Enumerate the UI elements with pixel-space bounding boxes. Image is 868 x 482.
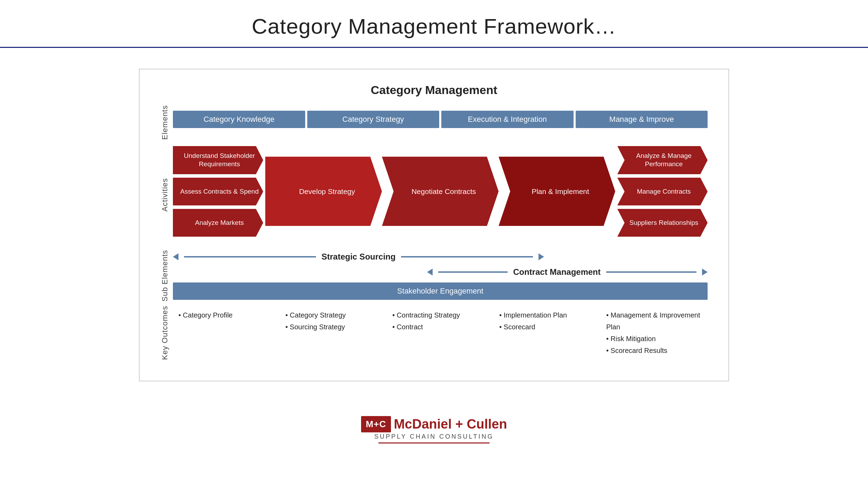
footer-logo: M+C McDaniel + Cullen <box>361 416 507 432</box>
diagram-container: Category Management Elements Category Kn… <box>139 69 729 381</box>
strategic-sourcing-row: Strategic Sourcing <box>173 252 708 262</box>
activities-section: Understand Stakeholder Requirements Asse… <box>173 146 708 237</box>
key-outcomes-row: • Category Profile • Category Strategy• … <box>173 306 708 360</box>
outcome-1: • Category Profile <box>173 306 280 360</box>
key-outcomes-label: Key Outcomes <box>160 306 173 360</box>
elements-bars: Category Knowledge Category Strategy Exe… <box>173 111 708 128</box>
stakeholder-bar: Stakeholder Engagement <box>173 282 708 300</box>
contract-arrow-left <box>427 269 433 276</box>
page-header: Category Management Framework… <box>0 0 868 48</box>
activities-row-wrap: Activities Understand Stakeholder Requir… <box>160 146 708 244</box>
outcome-2: • Category Strategy• Sourcing Strategy <box>280 306 387 360</box>
elements-row-content: Category Knowledge Category Strategy Exe… <box>173 111 708 134</box>
right-arrows-group: Analyze & Manage Performance Manage Cont… <box>617 146 708 237</box>
footer-underline <box>378 442 490 443</box>
sourcing-line-2 <box>401 256 533 257</box>
sourcing-arrow-right <box>539 253 544 260</box>
activities-label: Activities <box>160 178 173 212</box>
activity-negotiate: Negotiate Contracts <box>382 157 499 226</box>
activity-analyze-markets: Analyze Markets <box>173 209 263 237</box>
left-arrows-group: Understand Stakeholder Requirements Asse… <box>173 146 263 237</box>
outcome-5: • Management & Improvement Plan• Risk Mi… <box>601 306 708 360</box>
contract-management-label: Contract Management <box>513 267 601 277</box>
sub-elements-content: Strategic Sourcing Contract Management S… <box>173 252 708 300</box>
company-name: McDaniel + Cullen <box>394 417 507 432</box>
contract-mgmt-row: Contract Management <box>173 267 708 277</box>
page-title: Category Management Framework… <box>0 14 868 47</box>
footer-subtitle: SUPPLY CHAIN CONSULTING <box>374 433 494 440</box>
sourcing-arrow-left <box>173 253 178 260</box>
sub-elements-label: Sub Elements <box>160 250 173 302</box>
element-bar-4: Manage & Improve <box>576 111 708 128</box>
outcome-3: • Contracting Strategy• Contract <box>387 306 494 360</box>
sourcing-line-1 <box>184 256 316 257</box>
activity-develop: Develop Strategy <box>265 157 382 226</box>
activity-analyze-manage: Analyze & Manage Performance <box>617 146 708 174</box>
element-bar-2: Category Strategy <box>307 111 440 128</box>
activity-understand: Understand Stakeholder Requirements <box>173 146 263 174</box>
mc-box: M+C <box>361 416 391 432</box>
outcome-4: • Implementation Plan• Scorecard <box>494 306 601 360</box>
activity-plan: Plan & Implement <box>499 157 615 226</box>
elements-label: Elements <box>160 105 173 140</box>
contract-line-1 <box>438 271 508 273</box>
activity-assess: Assess Contracts & Spend <box>173 178 263 205</box>
footer: M+C McDaniel + Cullen SUPPLY CHAIN CONSU… <box>361 416 507 443</box>
activity-suppliers: Suppliers Relationships <box>617 209 708 237</box>
contract-line-2 <box>606 271 696 273</box>
elements-row-wrap: Elements Category Knowledge Category Str… <box>160 105 708 140</box>
sub-elements-row-wrap: Sub Elements Strategic Sourcing Contract… <box>160 250 708 302</box>
element-bar-3: Execution & Integration <box>441 111 574 128</box>
activities-content: Understand Stakeholder Requirements Asse… <box>173 146 708 244</box>
cm-heading: Category Management <box>160 83 708 97</box>
key-outcomes-row-wrap: Key Outcomes • Category Profile • Catego… <box>160 306 708 360</box>
element-bar-1: Category Knowledge <box>173 111 305 128</box>
center-arrows-group: Develop Strategy Negotiate Contracts Pla… <box>263 146 617 237</box>
activity-manage-contracts: Manage Contracts <box>617 178 708 205</box>
key-outcomes-content: • Category Profile • Category Strategy• … <box>173 306 708 360</box>
contract-arrow-right <box>702 269 708 276</box>
strategic-sourcing-label: Strategic Sourcing <box>322 252 395 262</box>
